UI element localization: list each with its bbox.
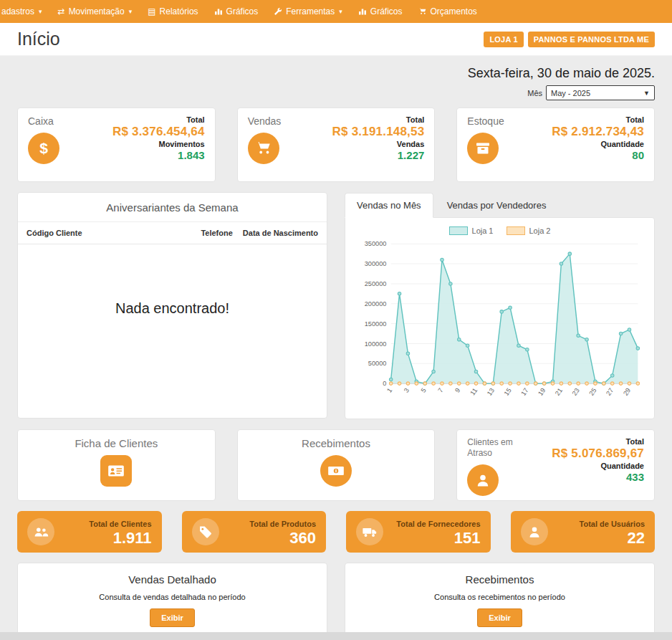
tile-total-clientes[interactable]: Total de Clientes 1.911	[17, 511, 162, 553]
ficha-clientes-card[interactable]: Ficha de Clientes	[17, 429, 216, 501]
tile-value: 151	[390, 530, 481, 547]
svg-text:150000: 150000	[365, 320, 387, 328]
nav-item-cadastros[interactable]: adastros ▾	[1, 6, 42, 16]
id-card-icon	[100, 455, 132, 487]
tab-vendas-por-vendedores[interactable]: Vendas por Vendedores	[435, 193, 559, 218]
tile-label: Total de Clientes	[89, 520, 151, 528]
box-icon	[467, 133, 499, 164]
recebimentos-title: Recebimentos	[302, 437, 370, 449]
estoque-total: R$ 2.912.734,43	[552, 125, 644, 139]
nav-label: Ferramentas	[286, 6, 335, 16]
nav-item-relatorios[interactable]: ▤ Relatórios	[148, 6, 198, 16]
vendas-title: Vendas	[248, 115, 282, 127]
svg-text:50000: 50000	[368, 360, 387, 367]
estoque-title: Estoque	[467, 115, 504, 127]
vendas-total: R$ 3.191.148,53	[332, 125, 425, 139]
sales-chart-panel: Vendas no Mês Vendas por Vendedores Loja…	[345, 192, 655, 419]
store-badge[interactable]: LOJA 1	[484, 32, 523, 47]
svg-text:200000: 200000	[365, 300, 387, 307]
birthdays-card: Aniversariantes da Semana Código Cliente…	[17, 192, 327, 419]
total-label: Total	[552, 115, 644, 124]
vendas-detalhado-card: Vendas Detalhado Consulta de vendas deta…	[17, 563, 327, 637]
recebimentos-card[interactable]: Recebimentos	[237, 429, 436, 501]
tile-total-fornecedores[interactable]: Total de Fornecedores 151	[346, 511, 491, 553]
caret-down-icon: ▾	[39, 8, 42, 15]
exibir-button[interactable]: Exibir	[150, 608, 195, 627]
chart-tabs: Vendas no Mês Vendas por Vendedores	[345, 192, 655, 217]
legend-label: Loja 1	[472, 226, 494, 235]
legend-loja1: Loja 1	[449, 226, 494, 235]
person-icon	[467, 464, 499, 496]
users-icon	[27, 518, 54, 545]
exibir-button[interactable]: Exibir	[477, 608, 522, 627]
svg-text:7: 7	[437, 387, 445, 394]
col-telefone: Telefone	[201, 229, 232, 237]
vendas-count-label: Vendas	[332, 140, 425, 148]
svg-text:11: 11	[469, 387, 479, 397]
caixa-card: Caixa $ Total R$ 3.376.454,64 Movimentos…	[17, 108, 216, 182]
nav-label: Gráficos	[370, 6, 403, 16]
footer-strip	[0, 632, 672, 640]
atraso-count: 433	[552, 471, 644, 483]
svg-text:3: 3	[403, 387, 411, 394]
month-label: Mês	[527, 89, 542, 97]
svg-text:19: 19	[537, 387, 547, 397]
dollar-icon: $	[28, 133, 59, 164]
clientes-atraso-card: Clientes em Atraso Total R$ 5.076.869,67…	[456, 429, 655, 501]
svg-text:13: 13	[486, 387, 496, 397]
empty-message: Nada encontrado!	[18, 244, 327, 418]
nav-item-movimentacao[interactable]: ⇄ Movimentação ▾	[58, 6, 133, 16]
chart-legend: Loja 1 Loja 2	[352, 226, 647, 235]
estoque-card: Estoque Total R$ 2.912.734,43 Quantidade…	[456, 108, 655, 182]
estoque-count: 80	[552, 149, 644, 161]
user-icon	[521, 518, 548, 545]
atraso-count-label: Quantidade	[552, 462, 644, 470]
company-badge[interactable]: PANNOS E PANNOS LTDA ME	[528, 32, 655, 47]
report-subtitle: Consulta os recebimentos no período	[354, 593, 645, 601]
cart-icon	[248, 133, 279, 164]
svg-text:15: 15	[503, 387, 513, 397]
report-title: Recebimentos	[354, 573, 645, 586]
nav-label: Movimentação	[69, 6, 125, 16]
caixa-count: 1.843	[112, 149, 205, 161]
caixa-total: R$ 3.376.454,64	[112, 125, 205, 139]
bar-chart-icon	[358, 7, 367, 16]
bar-chart-icon	[214, 7, 223, 16]
chart-card: Loja 1 Loja 2 05000010000015000020000025…	[345, 217, 655, 419]
svg-text:27: 27	[605, 387, 615, 397]
legend-loja2: Loja 2	[507, 226, 551, 235]
nav-item-graficos-2[interactable]: Gráficos	[358, 6, 403, 16]
wrench-icon	[274, 7, 282, 16]
truck-icon	[356, 518, 383, 545]
nav-item-ferramentas[interactable]: Ferramentas ▾	[274, 6, 342, 16]
money-bill-icon	[320, 455, 352, 487]
top-navbar: adastros ▾ ⇄ Movimentação ▾ ▤ Relatórios…	[0, 0, 672, 23]
svg-text:9: 9	[453, 387, 461, 394]
col-codigo-cliente: Código Cliente	[27, 229, 82, 237]
ficha-title: Ficha de Clientes	[75, 437, 158, 449]
current-date: Sexta-feira, 30 de maio de 2025.	[17, 66, 655, 81]
svg-text:29: 29	[622, 387, 632, 397]
svg-text:17: 17	[519, 387, 529, 397]
tile-value: 22	[555, 530, 645, 547]
vendas-count: 1.227	[332, 149, 425, 161]
tile-label: Total de Fornecedores	[396, 520, 480, 528]
report-title: Vendas Detalhado	[27, 573, 318, 586]
svg-text:23: 23	[571, 387, 581, 397]
tile-total-produtos[interactable]: Total de Produtos 360	[182, 511, 327, 553]
tile-total-usuarios[interactable]: Total de Usuários 22	[511, 511, 656, 553]
nav-item-orcamentos[interactable]: Orçamentos	[418, 6, 477, 16]
tile-label: Total de Produtos	[249, 520, 316, 528]
caret-down-icon: ▾	[129, 8, 133, 15]
vendas-card: Vendas Total R$ 3.191.148,53 Vendas 1.22…	[237, 108, 436, 182]
report-icon: ▤	[148, 7, 155, 16]
cart-icon	[418, 7, 427, 16]
svg-text:$: $	[39, 140, 48, 156]
month-select[interactable]: May - 2025 ▼	[546, 85, 655, 100]
sales-area-chart: 0500001000001500002000002500003000003500…	[352, 238, 647, 409]
tab-vendas-no-mes[interactable]: Vendas no Mês	[345, 193, 433, 218]
nav-item-graficos-1[interactable]: Gráficos	[214, 6, 259, 16]
tile-label: Total de Usuários	[580, 520, 645, 528]
movimentos-label: Movimentos	[112, 140, 205, 148]
loja2-swatch	[507, 226, 525, 235]
